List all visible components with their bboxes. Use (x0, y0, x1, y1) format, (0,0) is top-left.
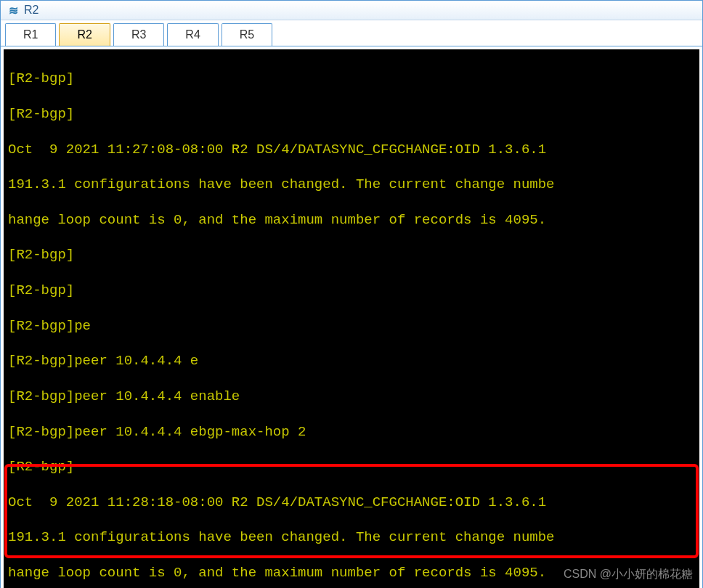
terminal-container: [R2-bgp] [R2-bgp] Oct 9 2021 11:27:08-08… (1, 46, 702, 588)
tab-r4[interactable]: R4 (167, 23, 218, 46)
tab-r3[interactable]: R3 (113, 23, 164, 46)
terminal-line: hange loop count is 0, and the maximum n… (8, 211, 695, 229)
tab-r2[interactable]: R2 (59, 23, 110, 46)
window-title: R2 (24, 4, 38, 17)
terminal-line: [R2-bgp] (8, 105, 695, 123)
terminal-line: Oct 9 2021 11:27:08-08:00 R2 DS/4/DATASY… (8, 141, 695, 158)
terminal-line: [R2-bgp]peer 10.4.4.4 ebgp-max-hop 2 (8, 423, 695, 441)
terminal-line: 191.3.1 configurations have been changed… (8, 176, 695, 193)
watermark-text: CSDN @小小妍的棉花糖 (564, 567, 693, 582)
terminal-window: ≋ R2 R1 R2 R3 R4 R5 [R2-bgp] [R2-bgp] Oc… (0, 0, 703, 588)
app-icon: ≋ (7, 4, 20, 17)
titlebar: ≋ R2 (1, 1, 702, 20)
terminal-line: Oct 9 2021 11:28:18-08:00 R2 DS/4/DATASY… (8, 494, 695, 511)
tab-bar: R1 R2 R3 R4 R5 (1, 20, 702, 46)
terminal-line: 191.3.1 configurations have been changed… (8, 528, 695, 546)
terminal-output[interactable]: [R2-bgp] [R2-bgp] Oct 9 2021 11:27:08-08… (4, 49, 699, 588)
terminal-line: [R2-bgp] (8, 282, 695, 299)
terminal-line: [R2-bgp]pe (8, 317, 695, 335)
terminal-line: [R2-bgp] (8, 246, 695, 264)
terminal-line: [R2-bgp] (8, 458, 695, 475)
tab-r5[interactable]: R5 (222, 23, 272, 46)
terminal-line: [R2-bgp]peer 10.4.4.4 e (8, 352, 695, 369)
terminal-line: [R2-bgp]peer 10.4.4.4 enable (8, 388, 695, 405)
tab-r1[interactable]: R1 (5, 23, 56, 46)
terminal-line: [R2-bgp] (8, 70, 695, 87)
